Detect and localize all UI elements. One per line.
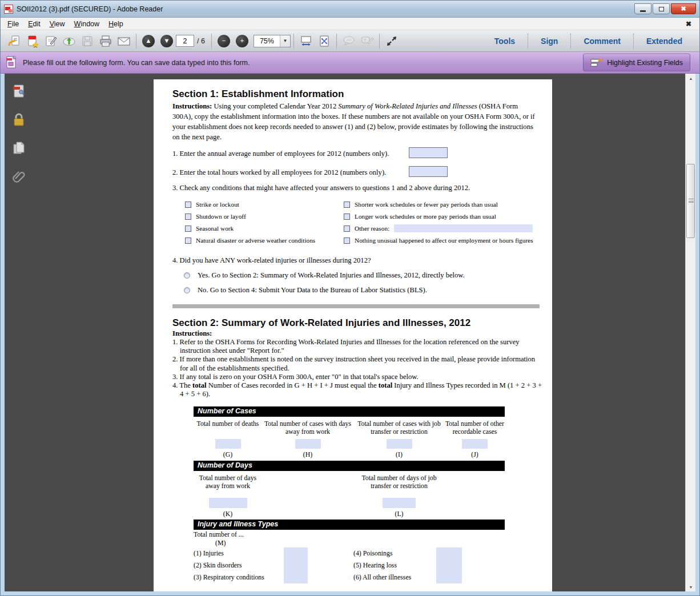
checkbox-seasonal[interactable]: Seasonal work (185, 224, 344, 232)
radio-icon[interactable] (184, 287, 190, 293)
menu-help[interactable]: Help (104, 19, 128, 29)
scrollbar-thumb[interactable] (686, 164, 695, 238)
checkbox-shutdown[interactable]: Shutdown or layoff (185, 212, 344, 220)
close-button[interactable]: ✖ (671, 3, 696, 14)
comment-bubble-button[interactable] (340, 33, 358, 50)
employees-input[interactable] (409, 147, 448, 158)
checkbox-icon[interactable] (185, 214, 191, 220)
cloud-upload-icon (62, 34, 77, 48)
toolbar-separator (136, 34, 136, 49)
hearing-loss-input[interactable] (436, 559, 462, 571)
checkbox-icon[interactable] (344, 225, 350, 232)
tab-tools[interactable]: Tools (482, 34, 528, 49)
scroll-down-icon[interactable]: ▼ (686, 582, 696, 591)
pdf-page: Section 1: Establishment Information Ins… (154, 79, 552, 591)
menu-window[interactable]: Window (70, 19, 104, 29)
scroll-up-icon[interactable]: ▲ (686, 74, 696, 83)
page-number-input[interactable] (176, 35, 194, 47)
checkbox-nothing-unusual[interactable]: Nothing unusual happened to affect our e… (344, 236, 538, 244)
zoom-out-button[interactable]: − (215, 33, 233, 50)
zoom-level-value: 75% (254, 37, 280, 45)
other-illnesses-input[interactable] (436, 571, 462, 583)
checkbox-icon[interactable] (344, 202, 350, 208)
email-button[interactable] (115, 33, 133, 50)
checkbox-other-reason[interactable]: Other reason: (344, 224, 538, 232)
checkbox-natural-disaster[interactable]: Natural disaster or adverse weather cond… (185, 236, 344, 244)
page-thumbnails-button[interactable] (11, 84, 26, 99)
restore-button[interactable] (653, 3, 670, 14)
other-cases-input[interactable] (462, 439, 488, 449)
days-transfer-input[interactable] (383, 498, 416, 508)
security-settings-button[interactable] (11, 112, 26, 127)
checkbox-shorter-schedules[interactable]: Shorter work schedules or fewer pay peri… (344, 200, 538, 208)
sign-pen-button[interactable] (42, 33, 60, 50)
checkbox-icon[interactable] (344, 214, 350, 220)
injuries-input[interactable] (284, 547, 308, 559)
code-I: (I) (353, 450, 445, 458)
poisonings-input[interactable] (436, 547, 462, 559)
zoom-in-icon: + (236, 35, 248, 47)
chevron-down-icon: ▼ (283, 38, 287, 43)
question2-label: 2. Enter the total hours worked by all e… (172, 168, 386, 177)
code-L: (L) (353, 510, 445, 518)
minimize-button[interactable] (634, 3, 651, 14)
previous-page-button[interactable]: ▲ (139, 33, 158, 50)
days-away-input[interactable] (209, 498, 247, 508)
toolbar-panels: Tools Sign Comment Extended (482, 30, 695, 51)
menu-file[interactable]: File (3, 19, 23, 29)
highlight-existing-fields-label: Highlight Existing Fields (607, 59, 683, 67)
print-icon (99, 34, 112, 48)
print-button[interactable] (96, 33, 115, 50)
instruction-item: 4. The total Number of Cases recorded in… (172, 381, 544, 398)
radio-no-row[interactable]: No. Go to Section 4: Submit Your Data to… (184, 286, 538, 295)
skin-disorders-input[interactable] (284, 559, 308, 571)
create-pdf-button[interactable] (23, 33, 42, 50)
zoom-dropdown-button[interactable]: ▼ (280, 35, 290, 47)
days-away-cases-input[interactable] (295, 439, 321, 449)
radio-icon[interactable] (184, 272, 190, 279)
total-number-label: Total number of ... (194, 530, 505, 539)
text-markup-button[interactable]: T (358, 33, 376, 50)
fit-page-button[interactable] (315, 33, 333, 50)
radio-yes-row[interactable]: Yes. Go to Section 2: Summary of Work-Re… (184, 271, 538, 280)
checkbox-icon[interactable] (185, 225, 191, 232)
document-close-icon[interactable]: ✖ (686, 20, 691, 28)
restore-icon (659, 7, 664, 11)
deaths-input[interactable] (215, 439, 241, 449)
checkbox-icon[interactable] (344, 237, 350, 244)
zoom-out-icon: − (218, 35, 230, 47)
pages-panel-button[interactable] (11, 141, 26, 156)
respiratory-input[interactable] (284, 571, 308, 583)
menu-edit[interactable]: Edit (23, 19, 45, 29)
attachments-panel-button[interactable] (11, 170, 26, 184)
number-of-cases-header: Number of Cases (194, 406, 505, 417)
checkbox-longer-schedules[interactable]: Longer work schedules or more pay period… (344, 212, 538, 220)
type-row-3: (3) Respiratory conditions (6) All other… (194, 571, 505, 583)
cloud-upload-button[interactable] (60, 33, 78, 50)
highlight-existing-fields-button[interactable]: Highlight Existing Fields (583, 54, 690, 71)
save-button[interactable] (78, 33, 96, 50)
question4-label: 4. Did you have ANY work-related injurie… (172, 256, 538, 265)
document-area: Section 1: Establishment Information Ins… (1, 74, 699, 595)
pdf-file-icon (4, 5, 13, 14)
hours-worked-input[interactable] (409, 166, 448, 177)
tab-extended[interactable]: Extended (633, 34, 695, 49)
vertical-scrollbar[interactable]: ▲ ▼ (685, 74, 695, 591)
transfer-cases-input[interactable] (387, 439, 412, 449)
reading-mode-button[interactable] (383, 33, 401, 50)
next-page-button[interactable]: ▼ (158, 33, 176, 50)
zoom-level-select[interactable]: 75% ▼ (254, 35, 291, 47)
checkbox-icon[interactable] (185, 237, 191, 244)
checkbox-strike[interactable]: Strike or lockout (185, 200, 344, 208)
toolbar: ▲ ▼ / 6 − + 75% ▼ T Tools Sign (1, 30, 699, 52)
fit-width-button[interactable] (297, 33, 315, 50)
attachment-paperclip-icon (12, 170, 26, 184)
zoom-in-button[interactable]: + (233, 33, 251, 50)
tab-sign[interactable]: Sign (528, 34, 570, 49)
checkbox-icon[interactable] (185, 202, 191, 208)
open-button[interactable] (5, 33, 23, 50)
question1-label: 1. Enter the annual average number of em… (172, 150, 389, 158)
tab-comment[interactable]: Comment (570, 34, 633, 49)
other-reason-input[interactable] (394, 224, 533, 232)
menu-view[interactable]: View (45, 19, 70, 29)
